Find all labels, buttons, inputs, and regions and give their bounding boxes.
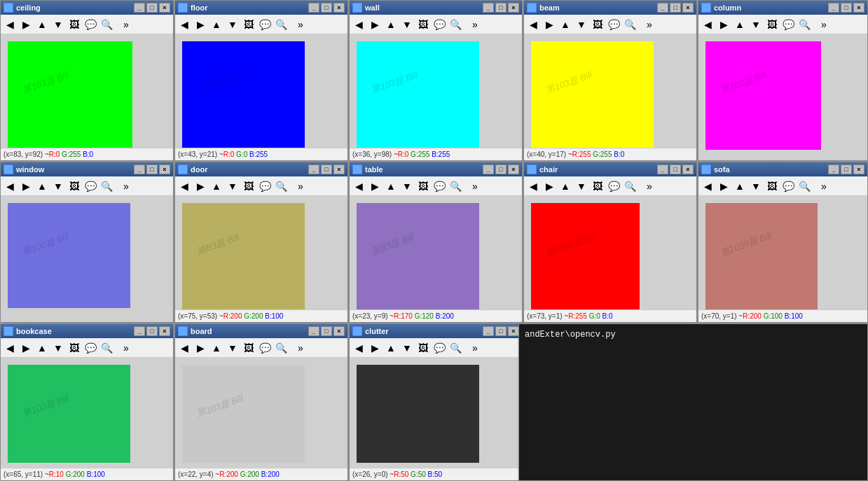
toolbar-btn-4[interactable]: 🖼 bbox=[241, 17, 256, 32]
toolbar-btn-5[interactable]: 💬 bbox=[83, 179, 98, 194]
toolbar-btn-6[interactable]: 🔍 bbox=[273, 340, 289, 356]
toolbar-btn-2[interactable]: ▲ bbox=[558, 179, 573, 194]
win-btn-close-board[interactable]: × bbox=[333, 326, 345, 336]
win-btn-maximize-bookcase[interactable]: □ bbox=[146, 326, 158, 336]
win-btn-close-window[interactable]: × bbox=[159, 165, 170, 174]
toolbar-btn-5[interactable]: 💬 bbox=[432, 340, 447, 356]
titlebar-clutter[interactable]: clutter_□× bbox=[350, 324, 522, 338]
toolbar-btn-4[interactable]: 🖼 bbox=[415, 179, 431, 194]
toolbar-btn-1[interactable]: ▶ bbox=[716, 179, 731, 194]
win-btn-maximize-column[interactable]: □ bbox=[841, 3, 852, 13]
win-btn-close-column[interactable]: × bbox=[853, 3, 864, 13]
toolbar-btn-0[interactable]: ◀ bbox=[351, 17, 366, 32]
terminal-content[interactable]: andExter\opencv.py bbox=[519, 324, 867, 480]
toolbar-btn-2[interactable]: ▲ bbox=[732, 17, 748, 32]
toolbar-btn-6[interactable]: 🔍 bbox=[99, 179, 114, 194]
toolbar-more[interactable]: » bbox=[467, 17, 483, 32]
toolbar-more[interactable]: » bbox=[467, 179, 483, 194]
toolbar-btn-2[interactable]: ▲ bbox=[209, 17, 224, 32]
toolbar-btn-0[interactable]: ◀ bbox=[525, 17, 541, 32]
toolbar-btn-5[interactable]: 💬 bbox=[432, 17, 447, 32]
toolbar-btn-2[interactable]: ▲ bbox=[209, 340, 224, 356]
win-btn-maximize-board[interactable]: □ bbox=[321, 326, 332, 336]
win-btn-minimize-sofa[interactable]: _ bbox=[828, 165, 839, 174]
toolbar-btn-6[interactable]: 🔍 bbox=[448, 179, 463, 194]
toolbar-btn-2[interactable]: ▲ bbox=[383, 179, 399, 194]
win-btn-close-wall[interactable]: × bbox=[508, 3, 519, 13]
win-btn-close-floor[interactable]: × bbox=[333, 3, 345, 13]
toolbar-more[interactable]: » bbox=[642, 179, 657, 194]
toolbar-btn-3[interactable]: ▼ bbox=[225, 179, 240, 194]
toolbar-more[interactable]: » bbox=[293, 179, 308, 194]
win-btn-minimize-bookcase[interactable]: _ bbox=[134, 326, 145, 336]
win-btn-close-table[interactable]: × bbox=[508, 165, 519, 174]
toolbar-btn-3[interactable]: ▼ bbox=[50, 179, 66, 194]
toolbar-btn-6[interactable]: 🔍 bbox=[797, 17, 812, 32]
toolbar-btn-1[interactable]: ▶ bbox=[716, 17, 731, 32]
toolbar-more[interactable]: » bbox=[293, 340, 308, 356]
titlebar-floor[interactable]: floor_□× bbox=[175, 1, 347, 15]
win-btn-minimize-ceiling[interactable]: _ bbox=[134, 3, 145, 13]
toolbar-btn-5[interactable]: 💬 bbox=[780, 17, 796, 32]
toolbar-btn-0[interactable]: ◀ bbox=[351, 340, 366, 356]
toolbar-btn-1[interactable]: ▶ bbox=[367, 179, 383, 194]
titlebar-chair[interactable]: chair_□× bbox=[524, 162, 696, 176]
titlebar-sofa[interactable]: sofa_□× bbox=[698, 162, 867, 176]
win-btn-minimize-board[interactable]: _ bbox=[308, 326, 319, 336]
toolbar-btn-4[interactable]: 🖼 bbox=[590, 17, 605, 32]
toolbar-btn-2[interactable]: ▲ bbox=[34, 340, 50, 356]
toolbar-btn-2[interactable]: ▲ bbox=[383, 340, 399, 356]
toolbar-btn-2[interactable]: ▲ bbox=[209, 179, 224, 194]
titlebar-beam[interactable]: beam_□× bbox=[524, 1, 696, 15]
toolbar-btn-5[interactable]: 💬 bbox=[257, 17, 273, 32]
win-btn-maximize-floor[interactable]: □ bbox=[321, 3, 332, 13]
win-btn-close-door[interactable]: × bbox=[333, 165, 345, 174]
toolbar-btn-2[interactable]: ▲ bbox=[732, 179, 748, 194]
titlebar-bookcase[interactable]: bookcase_□× bbox=[1, 324, 173, 338]
toolbar-btn-5[interactable]: 💬 bbox=[606, 179, 621, 194]
toolbar-btn-5[interactable]: 💬 bbox=[83, 17, 98, 32]
toolbar-btn-1[interactable]: ▶ bbox=[18, 17, 34, 32]
win-btn-maximize-clutter[interactable]: □ bbox=[495, 326, 507, 336]
titlebar-board[interactable]: board_□× bbox=[175, 324, 347, 338]
toolbar-btn-3[interactable]: ▼ bbox=[399, 17, 415, 32]
toolbar-btn-0[interactable]: ◀ bbox=[351, 179, 366, 194]
toolbar-btn-5[interactable]: 💬 bbox=[83, 340, 98, 356]
toolbar-btn-1[interactable]: ▶ bbox=[193, 179, 208, 194]
toolbar-more[interactable]: » bbox=[293, 17, 308, 32]
toolbar-btn-4[interactable]: 🖼 bbox=[67, 17, 82, 32]
titlebar-wall[interactable]: wall_□× bbox=[350, 1, 522, 15]
win-btn-maximize-wall[interactable]: □ bbox=[495, 3, 507, 13]
toolbar-btn-6[interactable]: 🔍 bbox=[273, 17, 289, 32]
win-btn-close-sofa[interactable]: × bbox=[853, 165, 864, 174]
win-btn-minimize-door[interactable]: _ bbox=[308, 165, 319, 174]
toolbar-more[interactable]: » bbox=[118, 17, 134, 32]
toolbar-more[interactable]: » bbox=[642, 17, 657, 32]
win-btn-minimize-window[interactable]: _ bbox=[134, 165, 145, 174]
toolbar-btn-6[interactable]: 🔍 bbox=[273, 179, 289, 194]
toolbar-btn-3[interactable]: ▼ bbox=[748, 179, 764, 194]
toolbar-btn-4[interactable]: 🖼 bbox=[67, 179, 82, 194]
toolbar-btn-6[interactable]: 🔍 bbox=[99, 17, 114, 32]
win-btn-close-chair[interactable]: × bbox=[682, 165, 694, 174]
toolbar-btn-0[interactable]: ◀ bbox=[2, 17, 18, 32]
toolbar-btn-1[interactable]: ▶ bbox=[18, 179, 34, 194]
toolbar-btn-6[interactable]: 🔍 bbox=[448, 17, 463, 32]
toolbar-btn-0[interactable]: ◀ bbox=[2, 179, 18, 194]
win-btn-close-clutter[interactable]: × bbox=[508, 326, 519, 336]
toolbar-btn-6[interactable]: 🔍 bbox=[622, 17, 638, 32]
toolbar-btn-2[interactable]: ▲ bbox=[558, 17, 573, 32]
toolbar-btn-1[interactable]: ▶ bbox=[367, 340, 383, 356]
toolbar-btn-3[interactable]: ▼ bbox=[574, 17, 589, 32]
toolbar-btn-4[interactable]: 🖼 bbox=[415, 340, 431, 356]
toolbar-btn-3[interactable]: ▼ bbox=[225, 340, 240, 356]
toolbar-btn-2[interactable]: ▲ bbox=[34, 179, 50, 194]
toolbar-btn-0[interactable]: ◀ bbox=[177, 179, 192, 194]
titlebar-window[interactable]: window_□× bbox=[1, 162, 173, 176]
win-btn-minimize-beam[interactable]: _ bbox=[657, 3, 668, 13]
toolbar-more[interactable]: » bbox=[816, 17, 832, 32]
win-btn-maximize-chair[interactable]: □ bbox=[670, 165, 681, 174]
toolbar-btn-3[interactable]: ▼ bbox=[50, 17, 66, 32]
titlebar-table[interactable]: table_□× bbox=[350, 162, 522, 176]
win-btn-maximize-ceiling[interactable]: □ bbox=[146, 3, 158, 13]
